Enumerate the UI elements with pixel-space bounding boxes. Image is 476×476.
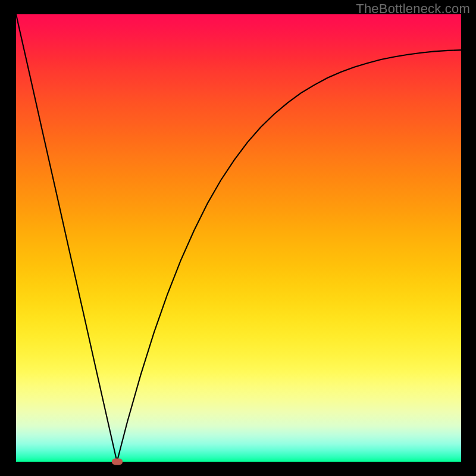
bottleneck-curve (16, 14, 461, 462)
plot-area (16, 14, 461, 462)
curve-path (16, 14, 461, 462)
min-marker (112, 459, 123, 465)
